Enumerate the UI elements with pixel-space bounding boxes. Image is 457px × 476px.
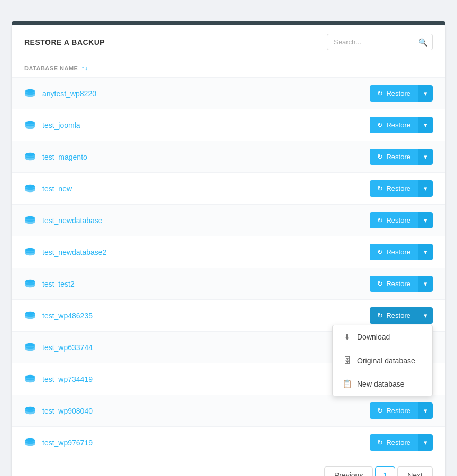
restore-button[interactable]: ↻Restore bbox=[370, 149, 418, 165]
restore-dropdown-arrow[interactable]: ▾ bbox=[418, 212, 433, 228]
database-icon bbox=[24, 152, 36, 162]
restore-button-wrap: ↻Restore▾ bbox=[370, 244, 433, 260]
restore-button[interactable]: ↻Restore bbox=[370, 180, 418, 197]
restore-dropdown-arrow[interactable]: ▾ bbox=[418, 244, 433, 260]
database-name: test_wp633744 bbox=[42, 343, 370, 352]
restore-button[interactable]: ↻Restore bbox=[370, 212, 418, 228]
restore-button[interactable]: ↻Restore bbox=[370, 434, 418, 451]
restore-button-wrap: ↻Restore▾ bbox=[370, 117, 433, 133]
chevron-down-icon: ▾ bbox=[424, 153, 427, 161]
restore-label: Restore bbox=[386, 280, 410, 288]
new-icon: 📋 bbox=[342, 379, 352, 389]
database-name: test_magento bbox=[42, 153, 370, 161]
pagination: Previous 1 Next bbox=[12, 458, 445, 476]
database-icon bbox=[24, 438, 36, 447]
restore-button-wrap: ↻Restore▾ bbox=[370, 276, 433, 292]
restore-dropdown-arrow[interactable]: ▾ bbox=[418, 149, 433, 165]
table-row: test_wp908040↻Restore▾ bbox=[12, 395, 445, 426]
rows-container: anytest_wp8220↻Restore▾ test_joomla↻Rest… bbox=[12, 77, 445, 458]
restore-button[interactable]: ↻Restore bbox=[370, 85, 418, 102]
table-row: test_magento↻Restore▾ bbox=[12, 141, 445, 172]
main-card: RESTORE A BACKUP 🔍 DATABASE NAME ↑↓ anyt… bbox=[12, 25, 445, 476]
restore-dropdown-menu: ⬇Download🗄Original database📋New database bbox=[332, 325, 433, 396]
database-icon bbox=[24, 89, 36, 98]
restore-button[interactable]: ↻Restore bbox=[370, 117, 418, 133]
database-name: test_newdatabase2 bbox=[42, 248, 370, 257]
database-icon bbox=[24, 406, 36, 416]
database-icon bbox=[24, 121, 36, 130]
table-row: test_wp976719↻Restore▾ bbox=[12, 426, 445, 458]
restore-dropdown-arrow[interactable]: ▾ bbox=[418, 85, 433, 102]
restore-icon: ↻ bbox=[377, 121, 383, 129]
restore-icon: ↻ bbox=[377, 280, 383, 288]
dropdown-item-download[interactable]: ⬇Download bbox=[333, 325, 432, 349]
next-button[interactable]: Next bbox=[397, 466, 433, 476]
chevron-down-icon: ▾ bbox=[424, 89, 427, 97]
database-name: test_new bbox=[42, 185, 370, 193]
database-name: test_newdatabase bbox=[42, 216, 370, 225]
database-name: test_wp908040 bbox=[42, 407, 370, 415]
sort-icon[interactable]: ↑↓ bbox=[81, 65, 88, 72]
table-row: test_newdatabase↻Restore▾ bbox=[12, 204, 445, 236]
restore-button-wrap: ↻Restore▾ bbox=[370, 85, 433, 102]
page-1-button[interactable]: 1 bbox=[375, 466, 395, 476]
restore-label: Restore bbox=[386, 407, 410, 415]
original-icon: 🗄 bbox=[342, 356, 352, 365]
search-box: 🔍 bbox=[327, 34, 433, 50]
database-name: test_wp734419 bbox=[42, 375, 370, 383]
database-name: anytest_wp8220 bbox=[42, 89, 370, 98]
restore-button[interactable]: ↻Restore bbox=[370, 402, 418, 419]
chevron-down-icon: ▾ bbox=[424, 407, 427, 415]
restore-label: Restore bbox=[386, 216, 410, 224]
database-icon bbox=[24, 184, 36, 194]
database-name: test_test2 bbox=[42, 280, 370, 288]
restore-button-wrap: ↻Restore▾ bbox=[370, 402, 433, 419]
database-icon bbox=[24, 374, 36, 384]
restore-icon: ↻ bbox=[377, 216, 383, 224]
database-name: test_joomla bbox=[42, 121, 370, 130]
restore-label: Restore bbox=[386, 89, 410, 97]
restore-button[interactable]: ↻Restore bbox=[370, 307, 418, 324]
restore-dropdown-arrow[interactable]: ▾ bbox=[418, 402, 433, 419]
previous-button[interactable]: Previous bbox=[324, 466, 373, 476]
chevron-down-icon: ▾ bbox=[424, 280, 427, 288]
restore-button[interactable]: ↻Restore bbox=[370, 244, 418, 260]
page-title: RESTORE A BACKUP bbox=[24, 38, 105, 47]
restore-dropdown-arrow[interactable]: ▾ bbox=[418, 434, 433, 451]
table-row: anytest_wp8220↻Restore▾ bbox=[12, 77, 445, 109]
table-row: test_joomla↻Restore▾ bbox=[12, 109, 445, 141]
dropdown-item-original[interactable]: 🗄Original database bbox=[333, 349, 432, 372]
restore-icon: ↻ bbox=[377, 185, 383, 193]
restore-button-wrap: ↻Restore▾ bbox=[370, 434, 433, 451]
chevron-down-icon: ▾ bbox=[424, 438, 427, 446]
restore-dropdown-arrow[interactable]: ▾ bbox=[418, 180, 433, 197]
table-row: test_test2↻Restore▾ bbox=[12, 268, 445, 299]
table-row: test_new↻Restore▾ bbox=[12, 172, 445, 204]
card-header: RESTORE A BACKUP 🔍 bbox=[12, 25, 445, 59]
restore-button-wrap: ↻Restore▾⬇Download🗄Original database📋New… bbox=[370, 307, 433, 324]
restore-button-wrap: ↻Restore▾ bbox=[370, 180, 433, 197]
dropdown-item-new[interactable]: 📋New database bbox=[333, 372, 432, 396]
restore-icon: ↻ bbox=[377, 153, 383, 161]
dropdown-label-original: Original database bbox=[357, 356, 415, 365]
restore-button-wrap: ↻Restore▾ bbox=[370, 149, 433, 165]
table-header: DATABASE NAME ↑↓ bbox=[12, 59, 445, 77]
restore-dropdown-arrow[interactable]: ▾ bbox=[418, 307, 433, 324]
restore-button[interactable]: ↻Restore bbox=[370, 276, 418, 292]
restore-dropdown-arrow[interactable]: ▾ bbox=[418, 276, 433, 292]
table-row: test_wp486235↻Restore▾⬇Download🗄Original… bbox=[12, 299, 445, 331]
database-icon bbox=[24, 343, 36, 352]
restore-dropdown-arrow[interactable]: ▾ bbox=[418, 117, 433, 133]
restore-label: Restore bbox=[386, 438, 410, 446]
restore-label: Restore bbox=[386, 185, 410, 193]
database-icon bbox=[24, 279, 36, 289]
restore-label: Restore bbox=[386, 121, 410, 129]
restore-icon: ↻ bbox=[377, 438, 383, 446]
search-input[interactable] bbox=[327, 34, 433, 50]
restore-icon: ↻ bbox=[377, 248, 383, 256]
chevron-down-icon: ▾ bbox=[424, 185, 427, 193]
database-icon bbox=[24, 311, 36, 321]
chevron-down-icon: ▾ bbox=[424, 216, 427, 224]
column-db-name: DATABASE NAME ↑↓ bbox=[24, 65, 433, 72]
restore-label: Restore bbox=[386, 153, 410, 161]
